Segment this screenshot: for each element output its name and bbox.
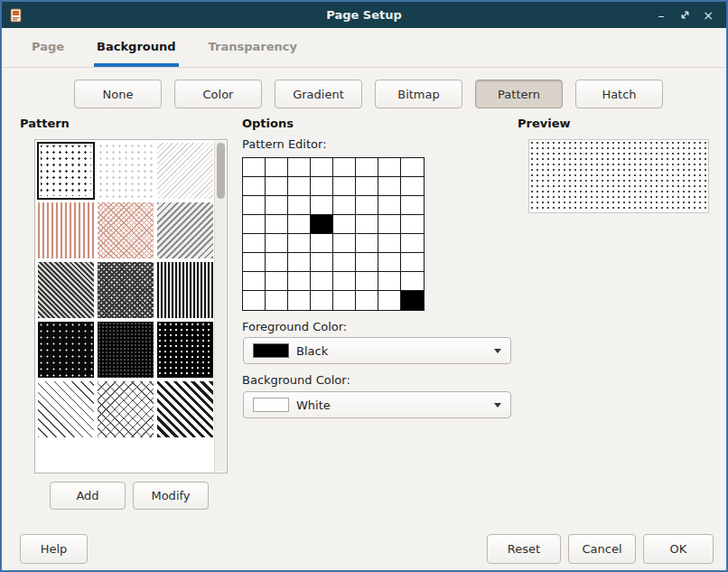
app-icon[interactable] — [8, 7, 24, 23]
editor-cell-r6c1[interactable] — [266, 272, 288, 291]
background-color-select[interactable]: White — [243, 391, 511, 418]
editor-cell-r2c2[interactable] — [288, 196, 311, 215]
pattern-list-scrollbar[interactable] — [214, 141, 226, 472]
editor-cell-r7c0[interactable] — [243, 291, 266, 310]
editor-cell-r5c3[interactable] — [311, 253, 333, 272]
editor-cell-r3c1[interactable] — [266, 215, 288, 234]
editor-cell-r4c3[interactable] — [311, 234, 333, 253]
editor-cell-r5c5[interactable] — [356, 253, 378, 272]
editor-cell-r5c2[interactable] — [288, 253, 311, 272]
editor-cell-r2c7[interactable] — [401, 196, 424, 215]
pattern-swatch-diagonal-gray[interactable] — [157, 202, 213, 258]
editor-cell-r3c2[interactable] — [288, 215, 311, 234]
editor-cell-r3c0[interactable] — [243, 215, 266, 234]
editor-cell-r4c6[interactable] — [378, 234, 401, 253]
editor-cell-r6c2[interactable] — [288, 272, 311, 291]
editor-cell-r6c3[interactable] — [311, 272, 333, 291]
help-button[interactable]: Help — [20, 534, 88, 564]
add-button[interactable]: Add — [50, 482, 126, 510]
editor-cell-r1c4[interactable] — [333, 177, 356, 196]
modify-button[interactable]: Modify — [133, 482, 209, 510]
pattern-swatch-dots-light[interactable] — [98, 143, 154, 199]
editor-cell-r7c6[interactable] — [378, 291, 401, 310]
editor-cell-r5c1[interactable] — [266, 253, 288, 272]
editor-cell-r7c7[interactable] — [401, 291, 424, 310]
editor-cell-r7c1[interactable] — [266, 291, 288, 310]
minimize-button[interactable]: – — [652, 6, 670, 24]
editor-cell-r5c4[interactable] — [333, 253, 356, 272]
fill-type-none-button[interactable]: None — [74, 80, 162, 108]
pattern-swatch-diagonal-dark[interactable] — [38, 262, 94, 318]
editor-cell-r5c0[interactable] — [243, 253, 266, 272]
editor-cell-r1c7[interactable] — [401, 177, 424, 196]
editor-cell-r3c5[interactable] — [356, 215, 378, 234]
restore-button[interactable] — [676, 6, 694, 24]
editor-cell-r1c0[interactable] — [243, 177, 266, 196]
tab-page[interactable]: Page — [29, 29, 67, 67]
editor-cell-r7c2[interactable] — [288, 291, 311, 310]
editor-cell-r1c2[interactable] — [288, 177, 311, 196]
pattern-swatch-woven-dark[interactable] — [98, 262, 154, 318]
editor-cell-r6c7[interactable] — [401, 272, 424, 291]
editor-cell-r7c3[interactable] — [311, 291, 333, 310]
editor-cell-r4c4[interactable] — [333, 234, 356, 253]
pattern-swatch-vertical-red[interactable] — [38, 202, 94, 258]
editor-cell-r2c0[interactable] — [243, 196, 266, 215]
pattern-swatch-black-dots-large[interactable] — [157, 322, 213, 378]
editor-cell-r6c5[interactable] — [356, 272, 378, 291]
pattern-swatch-black-dense[interactable] — [98, 322, 154, 378]
editor-cell-r4c0[interactable] — [243, 234, 266, 253]
editor-cell-r0c1[interactable] — [266, 158, 288, 177]
editor-cell-r6c6[interactable] — [378, 272, 401, 291]
editor-cell-r2c4[interactable] — [333, 196, 356, 215]
cancel-button[interactable]: Cancel — [568, 534, 636, 564]
pattern-swatch-vertical-dark[interactable] — [157, 262, 213, 318]
editor-cell-r3c7[interactable] — [401, 215, 424, 234]
pattern-swatch-thin-crosshatch[interactable] — [98, 381, 154, 437]
editor-cell-r4c1[interactable] — [266, 234, 288, 253]
editor-cell-r4c2[interactable] — [288, 234, 311, 253]
editor-cell-r3c3[interactable] — [311, 215, 333, 234]
editor-cell-r6c0[interactable] — [243, 272, 266, 291]
editor-cell-r0c7[interactable] — [401, 158, 424, 177]
fill-type-gradient-button[interactable]: Gradient — [275, 80, 362, 108]
editor-cell-r0c2[interactable] — [288, 158, 311, 177]
close-button[interactable]: × — [699, 6, 717, 24]
editor-cell-r1c6[interactable] — [378, 177, 401, 196]
scrollbar-thumb[interactable] — [217, 143, 225, 199]
pattern-swatch-crosshatch-red[interactable] — [98, 202, 154, 258]
editor-cell-r7c5[interactable] — [356, 291, 378, 310]
editor-cell-r0c0[interactable] — [243, 158, 266, 177]
editor-cell-r0c6[interactable] — [378, 158, 401, 177]
editor-cell-r5c6[interactable] — [378, 253, 401, 272]
editor-cell-r4c7[interactable] — [401, 234, 424, 253]
reset-button[interactable]: Reset — [487, 534, 561, 564]
editor-cell-r2c6[interactable] — [378, 196, 401, 215]
fill-type-hatch-button[interactable]: Hatch — [575, 80, 663, 108]
editor-cell-r6c4[interactable] — [333, 272, 356, 291]
editor-cell-r4c5[interactable] — [356, 234, 378, 253]
ok-button[interactable]: OK — [643, 534, 714, 564]
editor-cell-r7c4[interactable] — [333, 291, 356, 310]
editor-cell-r5c7[interactable] — [401, 253, 424, 272]
editor-cell-r2c1[interactable] — [266, 196, 288, 215]
pattern-swatch-wide-diagonal[interactable] — [157, 381, 213, 437]
editor-cell-r1c1[interactable] — [266, 177, 288, 196]
editor-cell-r1c5[interactable] — [356, 177, 378, 196]
fill-type-color-button[interactable]: Color — [174, 80, 262, 108]
foreground-color-select[interactable]: Black — [243, 337, 511, 364]
editor-cell-r3c4[interactable] — [333, 215, 356, 234]
editor-cell-r2c3[interactable] — [311, 196, 333, 215]
editor-cell-r3c6[interactable] — [378, 215, 401, 234]
editor-cell-r2c5[interactable] — [356, 196, 378, 215]
pattern-swatch-dots-dark[interactable] — [38, 143, 94, 199]
tab-background[interactable]: Background — [94, 29, 179, 67]
editor-cell-r0c4[interactable] — [333, 158, 356, 177]
tab-transparency[interactable]: Transparency — [206, 29, 300, 67]
titlebar[interactable]: Page Setup – × — [2, 2, 726, 28]
pattern-swatch-thin-diagonal[interactable] — [38, 381, 94, 437]
editor-cell-r0c5[interactable] — [356, 158, 378, 177]
pattern-swatch-diagonal-light[interactable] — [157, 143, 213, 199]
editor-cell-r1c3[interactable] — [311, 177, 333, 196]
fill-type-bitmap-button[interactable]: Bitmap — [375, 80, 462, 108]
